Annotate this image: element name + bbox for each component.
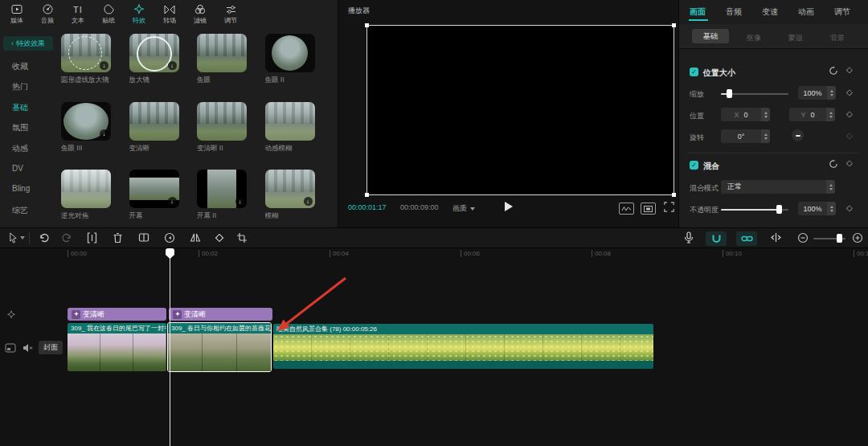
split-button[interactable]	[87, 232, 97, 243]
rotate-value-field[interactable]: 0°	[721, 129, 761, 143]
sidebar-item-hot[interactable]: 热门	[12, 81, 28, 92]
ratio-adapt-button[interactable]	[641, 203, 656, 215]
play-button[interactable]	[505, 202, 513, 211]
inspector-tab-speed[interactable]: 变速	[762, 6, 778, 18]
redo-button[interactable]	[61, 232, 72, 243]
delete-button[interactable]	[113, 232, 123, 243]
mirror-button[interactable]	[190, 232, 201, 243]
scale-value-field[interactable]: 100%	[798, 86, 827, 100]
timeline-zoom-handle[interactable]	[837, 234, 842, 243]
tab-adjust[interactable]: 调节	[215, 0, 246, 29]
tab-media[interactable]: 媒体	[2, 0, 32, 29]
rotate-stepper[interactable]	[761, 129, 770, 143]
playhead-handle[interactable]	[166, 248, 174, 259]
sidebar-item-basic[interactable]: 基础	[12, 102, 28, 113]
reset-button[interactable]	[829, 66, 838, 76]
stepper-up-icon	[764, 112, 768, 114]
reset-button[interactable]	[829, 159, 838, 169]
effect-clip[interactable]: 变清晰	[169, 308, 272, 321]
main-track-magnet-toggle[interactable]	[706, 231, 727, 246]
position-y-field[interactable]: Y 0	[789, 108, 826, 121]
timeline[interactable]: 00:00 00:02 00:04 00:06 00:08 00:10 00:1…	[0, 248, 868, 446]
keyframe-icon[interactable]: ◇	[846, 131, 853, 140]
reverse-button[interactable]	[164, 232, 175, 243]
sidebar-item-atmosphere[interactable]: 氛围	[12, 122, 28, 133]
waveform-toggle-button[interactable]	[619, 203, 634, 215]
effect-card[interactable]: ↓ 圆形虚线放大镜	[61, 34, 116, 92]
blend-mode-stepper[interactable]	[826, 180, 835, 194]
cover-button[interactable]: 封面	[39, 341, 63, 354]
video-clip-selected[interactable]: 309_ 春日与你相约在如茵的蔷薇花园	[167, 322, 272, 372]
keyframe-icon[interactable]: ◇	[846, 203, 853, 212]
transform-handle[interactable]	[365, 193, 369, 197]
tab-filter[interactable]: 滤镜	[185, 0, 215, 29]
undo-button[interactable]	[39, 232, 50, 243]
blend-checkbox[interactable]: ✓	[690, 161, 698, 170]
sidebar-item-dynamic[interactable]: 动感	[12, 143, 28, 154]
sidebar-item-favorites[interactable]: 收藏	[12, 61, 28, 72]
auto-snap-toggle[interactable]	[736, 231, 757, 246]
timeline-zoom-out-button[interactable]	[797, 232, 809, 243]
select-tool-dropdown[interactable]	[20, 236, 25, 239]
sidebar-item-bling[interactable]: Bling	[12, 184, 30, 193]
crop-button[interactable]	[236, 232, 248, 243]
effect-card[interactable]: ↓ 开幕 II	[197, 170, 252, 227]
sidebar-item-dv[interactable]: DV	[12, 164, 23, 173]
position-x-field[interactable]: X 0	[721, 108, 761, 121]
sidebar-item-variety[interactable]: 综艺	[12, 205, 28, 216]
rotation-knob[interactable]	[792, 129, 804, 141]
video-clip[interactable]: 309_ 我在这春日的尾巴写了一封书信	[68, 323, 166, 371]
effect-card[interactable]: 鱼眼 II	[265, 34, 320, 92]
position-x-stepper[interactable]	[761, 108, 770, 121]
position-size-checkbox[interactable]: ✓	[690, 68, 698, 76]
effect-card[interactable]: 动感模糊	[265, 102, 320, 160]
effect-card[interactable]: ↓ 放大镜	[129, 34, 184, 92]
rotate-button[interactable]	[214, 232, 225, 243]
scale-stepper[interactable]	[827, 86, 836, 100]
transform-handle[interactable]	[365, 23, 369, 27]
opacity-stepper[interactable]	[827, 202, 836, 215]
tab-effects[interactable]: 特效	[124, 0, 154, 29]
effect-card[interactable]: 逆光对焦	[61, 170, 116, 227]
tab-text[interactable]: TI 文本	[63, 0, 93, 29]
tab-audio[interactable]: 音频	[32, 0, 63, 29]
tab-transition[interactable]: 转场	[154, 0, 185, 29]
mute-track-icon[interactable]	[23, 343, 33, 353]
freeze-frame-button[interactable]	[138, 232, 149, 243]
effect-card[interactable]: 鱼眼	[197, 34, 252, 92]
position-y-stepper[interactable]	[826, 108, 835, 121]
keyframe-icon[interactable]: ◇	[846, 158, 853, 167]
inspector-tab-adjust[interactable]: 调节	[834, 6, 850, 18]
inspector-tab-video[interactable]: 画面	[690, 6, 706, 18]
subtab-basic[interactable]: 基础	[692, 29, 729, 43]
scale-slider-handle[interactable]	[727, 89, 732, 98]
inspector-tab-animation[interactable]: 动画	[798, 6, 814, 18]
effect-card[interactable]: 变清晰 II	[197, 102, 252, 160]
transform-handle[interactable]	[672, 193, 676, 197]
timeline-fit-button[interactable]	[852, 232, 863, 243]
fullscreen-button[interactable]	[664, 202, 674, 212]
video-clip[interactable]: 唯美自然风景合集 (78) 00:00:05:26	[273, 324, 653, 369]
effect-card[interactable]: 变清晰	[129, 102, 184, 160]
blend-mode-dropdown[interactable]: 正常	[721, 180, 826, 194]
sidebar-header-effects[interactable]: ‹ 特效效果	[3, 36, 53, 51]
keyframe-icon[interactable]: ◇	[846, 65, 853, 74]
tab-sticker[interactable]: 贴纸	[93, 0, 124, 29]
effect-card[interactable]: ↓ 鱼眼 III	[61, 102, 116, 160]
keyframe-icon[interactable]: ◇	[846, 88, 853, 96]
select-tool-button[interactable]	[8, 232, 18, 243]
transform-handle[interactable]	[672, 23, 676, 27]
effect-clip[interactable]: 变清晰	[68, 308, 166, 321]
effect-card[interactable]: ↓ 开幕	[129, 170, 184, 227]
keyframe-icon[interactable]: ◇	[846, 109, 853, 118]
opacity-value-field[interactable]: 100%	[798, 202, 827, 215]
subtab-background[interactable]: 背景	[830, 33, 845, 43]
opacity-slider-handle[interactable]	[776, 205, 782, 214]
subtab-chroma[interactable]: 抠像	[747, 33, 761, 43]
subtab-mask[interactable]: 蒙版	[788, 33, 803, 43]
record-voiceover-button[interactable]	[684, 231, 694, 244]
inspector-tab-audio[interactable]: 音频	[726, 6, 742, 18]
quality-dropdown[interactable]: 画质	[452, 203, 475, 214]
linked-move-toggle[interactable]	[770, 232, 782, 243]
effect-card[interactable]: ↓ 模糊	[265, 170, 320, 227]
